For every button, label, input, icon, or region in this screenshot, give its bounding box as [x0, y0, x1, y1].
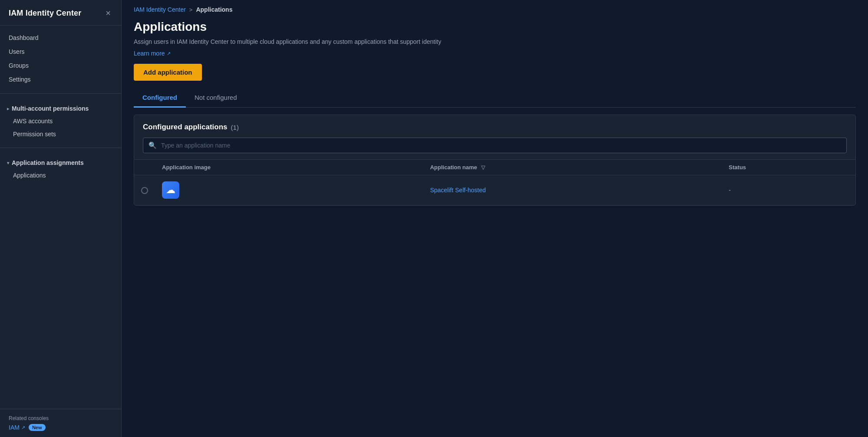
nav-multi-account: ▸ Multi-account permissions AWS accounts…: [0, 95, 121, 146]
app-assignments-arrow: ▾: [7, 161, 9, 165]
tab-configured[interactable]: Configured: [134, 89, 186, 108]
row-radio-button[interactable]: [141, 187, 148, 194]
applications-table: Application image Application name ▽ Sta…: [134, 159, 855, 205]
table-count: (1): [231, 124, 239, 131]
page-description: Assign users in IAM Identity Center to m…: [134, 38, 525, 45]
app-assignments-group-header[interactable]: ▾ Application assignments: [0, 155, 121, 169]
learn-more-label: Learn more: [134, 50, 165, 57]
sidebar-item-dashboard[interactable]: Dashboard: [0, 31, 121, 45]
related-consoles-label: Related consoles: [9, 415, 112, 421]
new-badge: New: [29, 424, 46, 431]
multi-account-arrow: ▸: [7, 106, 9, 111]
sidebar-footer: Related consoles IAM ↗ New: [0, 409, 121, 437]
search-input[interactable]: [161, 142, 841, 149]
row-select-cell: [134, 175, 155, 205]
sidebar-item-applications[interactable]: Applications: [0, 169, 121, 182]
breadcrumb-home-link[interactable]: IAM Identity Center: [134, 6, 186, 13]
app-assignments-label: Application assignments: [12, 159, 84, 166]
content-area: Configured Not configured Configured app…: [122, 89, 868, 437]
search-wrapper: 🔍: [134, 138, 855, 159]
page-header: Applications Assign users in IAM Identit…: [122, 17, 868, 89]
configured-applications-table-container: Configured applications (1) 🔍 Applicatio…: [134, 115, 856, 206]
sidebar: IAM Identity Center × Dashboard Users Gr…: [0, 0, 122, 437]
sidebar-close-button[interactable]: ×: [104, 8, 112, 18]
sidebar-footer-row: IAM ↗ New: [9, 424, 112, 431]
col-app-image: Application image: [155, 160, 423, 175]
sidebar-item-settings[interactable]: Settings: [0, 72, 121, 86]
page-title: Applications: [134, 20, 856, 34]
iam-external-icon: ↗: [21, 425, 25, 430]
breadcrumb-separator: >: [189, 7, 193, 13]
breadcrumb: IAM Identity Center > Applications: [122, 0, 868, 17]
col-select: [134, 160, 155, 175]
row-status-cell: -: [722, 175, 855, 205]
nav-app-assignments: ▾ Application assignments Applications: [0, 150, 121, 187]
col-app-name: Application name ▽: [423, 160, 722, 175]
table-header-row: Application image Application name ▽ Sta…: [134, 160, 855, 175]
multi-account-group-header[interactable]: ▸ Multi-account permissions: [0, 101, 121, 115]
tab-not-configured[interactable]: Not configured: [186, 89, 246, 108]
sidebar-item-users[interactable]: Users: [0, 45, 121, 59]
add-application-button[interactable]: Add application: [134, 64, 202, 81]
app-name-link[interactable]: Spacelift Self-hosted: [430, 187, 485, 194]
search-box: 🔍: [143, 138, 847, 153]
row-app-name-cell: Spacelift Self-hosted: [423, 175, 722, 205]
learn-more-link[interactable]: Learn more ↗: [134, 50, 171, 57]
nav-divider-1: [0, 93, 121, 94]
col-status: Status: [722, 160, 855, 175]
table-header: Configured applications (1): [134, 115, 855, 138]
filter-icon[interactable]: ▽: [481, 164, 485, 171]
sidebar-item-groups[interactable]: Groups: [0, 59, 121, 72]
iam-link-label: IAM: [9, 424, 20, 431]
nav-primary: Dashboard Users Groups Settings: [0, 26, 121, 92]
search-icon: 🔍: [149, 141, 157, 149]
sidebar-item-aws-accounts[interactable]: AWS accounts: [0, 115, 121, 128]
sidebar-header: IAM Identity Center ×: [0, 0, 121, 26]
sidebar-item-permission-sets[interactable]: Permission sets: [0, 128, 121, 141]
row-app-image-cell: ☁: [155, 175, 423, 205]
tabs: Configured Not configured: [134, 89, 856, 108]
table-title: Configured applications: [143, 123, 228, 131]
cloud-icon: ☁: [166, 184, 175, 196]
app-icon: ☁: [162, 181, 179, 199]
table-row: ☁ Spacelift Self-hosted -: [134, 175, 855, 205]
main-content: IAM Identity Center > Applications Appli…: [122, 0, 868, 437]
breadcrumb-current: Applications: [196, 6, 232, 13]
sidebar-title: IAM Identity Center: [9, 9, 81, 18]
status-value: -: [729, 187, 731, 194]
multi-account-label: Multi-account permissions: [12, 105, 89, 112]
iam-console-link[interactable]: IAM ↗: [9, 424, 25, 431]
nav-divider-2: [0, 148, 121, 148]
learn-more-external-icon: ↗: [167, 51, 171, 56]
